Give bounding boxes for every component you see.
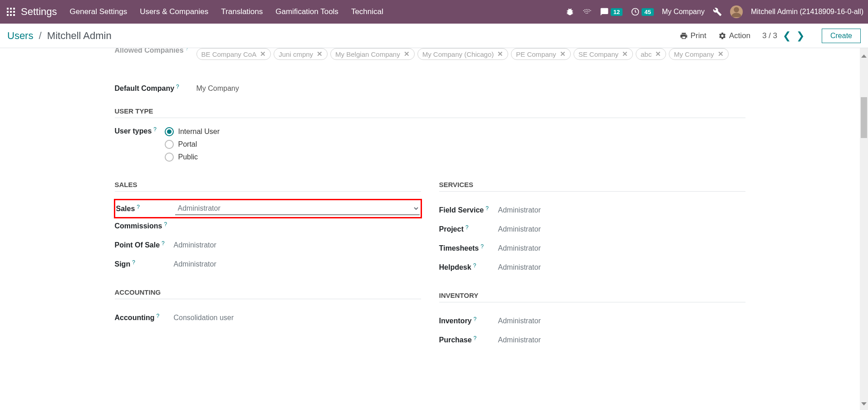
remove-tag-icon[interactable]: ✕ (718, 50, 724, 58)
company-tag[interactable]: My Belgian Company✕ (330, 48, 415, 60)
remove-tag-icon[interactable]: ✕ (622, 50, 628, 58)
svg-rect-1 (10, 8, 12, 10)
debug-icon[interactable] (565, 7, 574, 16)
allowed-companies-label: Allowed Companies (115, 48, 184, 54)
help-icon[interactable]: ? (481, 243, 484, 252)
pager-text: 3 / 3 (762, 31, 777, 40)
print-button[interactable]: Print (680, 31, 706, 40)
company-tag[interactable]: My Company (Chicago)✕ (417, 48, 509, 60)
main-navbar: Settings General Settings Users & Compan… (0, 0, 868, 24)
group-field-value[interactable]: Administrator (498, 244, 745, 252)
group-section-title: ACCOUNTING (115, 288, 421, 296)
group-field-value[interactable]: Consolidation user (174, 314, 421, 322)
company-tag[interactable]: My Company✕ (669, 48, 728, 60)
group-field-value[interactable]: Administrator (174, 241, 421, 249)
help-icon[interactable]: ? (176, 84, 179, 93)
menu-technical[interactable]: Technical (351, 7, 383, 16)
group-field-value[interactable]: Administrator (175, 202, 420, 215)
group-field-row: Field Service?Administrator (439, 201, 745, 220)
create-button[interactable]: Create (822, 29, 861, 43)
group-field-value[interactable]: Administrator (498, 206, 745, 214)
help-icon[interactable]: ? (466, 224, 469, 233)
company-tag[interactable]: PE Company✕ (511, 48, 570, 60)
group-field-value[interactable]: Administrator (498, 336, 745, 344)
company-tag[interactable]: abc✕ (636, 48, 666, 60)
svg-rect-2 (13, 8, 15, 10)
group-field-value[interactable]: Administrator (498, 317, 745, 325)
printer-icon (680, 32, 688, 40)
left-groups-column: SALESSales?AdministratorCommissions?Poin… (115, 166, 421, 350)
wifi-icon[interactable] (583, 7, 592, 16)
help-icon[interactable]: ? (137, 204, 140, 213)
gear-icon (718, 32, 726, 40)
pager-prev[interactable]: ❮ (783, 30, 791, 42)
right-groups-column: SERVICESField Service?AdministratorProje… (439, 166, 745, 350)
help-icon[interactable]: ? (473, 262, 476, 272)
form-scroll: Allowed Companies ? BE Company CoA✕Juni … (0, 48, 860, 410)
svg-rect-7 (10, 14, 12, 16)
user-type-option[interactable]: Internal User (165, 127, 220, 136)
app-brand[interactable]: Settings (21, 6, 57, 18)
group-field-value[interactable]: Administrator (174, 260, 421, 268)
timer-icon[interactable]: 45 (631, 7, 653, 16)
remove-tag-icon[interactable]: ✕ (317, 50, 323, 58)
default-company-label: Default Company (115, 84, 175, 93)
svg-rect-8 (13, 14, 15, 16)
group-field-label: Sales? (116, 205, 175, 213)
vertical-scrollbar[interactable] (860, 48, 868, 410)
help-icon[interactable]: ? (485, 205, 489, 214)
company-tag[interactable]: BE Company CoA✕ (196, 48, 271, 60)
group-field-label: Sign? (115, 260, 174, 268)
help-icon[interactable]: ? (474, 335, 477, 344)
remove-tag-icon[interactable]: ✕ (260, 50, 266, 58)
help-icon[interactable]: ? (164, 221, 167, 230)
company-tag[interactable]: SE Company✕ (574, 48, 633, 60)
help-icon[interactable]: ? (132, 259, 135, 268)
help-icon[interactable]: ? (186, 48, 189, 54)
default-company-value[interactable]: My Company (196, 84, 239, 93)
remove-tag-icon[interactable]: ✕ (560, 50, 566, 58)
user-types-radio-group: Internal UserPortalPublic (165, 127, 220, 162)
group-field-row: Project?Administrator (439, 220, 745, 239)
help-icon[interactable]: ? (157, 313, 160, 322)
svg-rect-5 (13, 11, 15, 13)
action-label: Action (729, 31, 750, 40)
remove-tag-icon[interactable]: ✕ (404, 50, 410, 58)
menu-general-settings[interactable]: General Settings (70, 7, 128, 16)
group-field-value[interactable]: Administrator (498, 263, 745, 272)
group-select[interactable]: Administrator (175, 202, 420, 215)
allowed-companies-tags: BE Company CoA✕Juni cmpny✕My Belgian Com… (196, 48, 729, 60)
tools-icon[interactable] (713, 7, 722, 16)
help-icon[interactable]: ? (153, 126, 157, 135)
help-icon[interactable]: ? (474, 316, 477, 325)
user-menu[interactable]: Mitchell Admin (21418909-16-0-all) (751, 8, 863, 16)
group-section-title: SERVICES (439, 181, 745, 188)
company-tag[interactable]: Juni cmpny✕ (274, 48, 328, 60)
avatar[interactable] (730, 5, 743, 18)
control-bar: Users / Mitchell Admin Print Action 3 / … (0, 24, 868, 48)
user-type-option[interactable]: Portal (165, 140, 220, 149)
apps-icon[interactable] (5, 5, 17, 18)
menu-translations[interactable]: Translations (221, 7, 263, 16)
remove-tag-icon[interactable]: ✕ (655, 50, 661, 58)
menu-gamification[interactable]: Gamification Tools (275, 7, 338, 16)
pager-next[interactable]: ❯ (796, 30, 804, 42)
group-field-label: Point Of Sale? (115, 241, 174, 249)
help-icon[interactable]: ? (162, 240, 165, 249)
messages-icon[interactable]: 12 (600, 7, 623, 16)
menu-users-companies[interactable]: Users & Companies (140, 7, 208, 16)
group-field-label: Accounting? (115, 314, 174, 322)
group-field-value[interactable]: Administrator (498, 225, 745, 233)
user-type-option[interactable]: Public (165, 153, 220, 162)
group-field-row: Inventory?Administrator (439, 311, 745, 331)
action-button[interactable]: Action (718, 31, 750, 40)
print-label: Print (691, 31, 706, 40)
group-field-row: Commissions? (115, 217, 421, 236)
breadcrumb-current: Mitchell Admin (47, 30, 112, 41)
remove-tag-icon[interactable]: ✕ (497, 50, 503, 58)
radio-icon (165, 140, 174, 149)
breadcrumb-root[interactable]: Users (7, 30, 33, 41)
company-switcher[interactable]: My Company (662, 8, 705, 16)
group-field-label: Timesheets? (439, 244, 498, 252)
group-field-label: Inventory? (439, 317, 498, 325)
